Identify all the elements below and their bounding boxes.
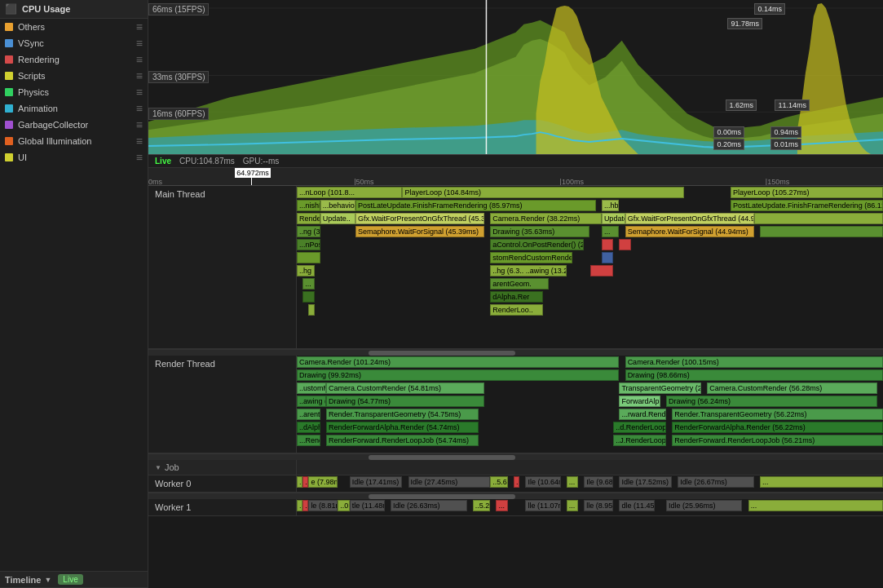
flame-bar-1-1[interactable]: Drawing (98.66ms) [625,369,883,381]
main-thread-scrollbar[interactable] [148,349,883,356]
flame-bar-2-2[interactable]: TransparentGeometry (25ustomRend.. [619,382,701,394]
legend-menu-7[interactable]: ≡ [136,135,143,147]
flame-bar-2-1[interactable]: Update.. [320,213,355,224]
flame-bar-2-5[interactable]: Gfx.WaitForPresentOnGfxThread (44.94ms) [625,213,754,224]
flame-bar-3-2[interactable]: ForwardAlpha.Render (13.07n.. [619,396,660,407]
flame-bar-1-0[interactable]: Drawing (99.92ms) [297,369,619,381]
flame-bar-2-1[interactable]: Camera.CustomRender (54.81ms) [326,382,484,394]
timeline-header[interactable]: Timeline ▼ Live [0,571,148,588]
flame-bar-0-7[interactable]: Ile (10.64m) [525,476,560,488]
flame-bar-2-3[interactable]: Camera.CustomRender (56.28ms) [707,382,877,394]
flame-bar-0-12[interactable]: Idle (25.96ms) [666,500,742,511]
flame-bar-0-4[interactable]: Idle (27.45ms) [408,476,491,488]
flame-bar-2-0[interactable]: ..ustomRend.. [297,382,326,394]
worker-0-scrollbar[interactable] [148,493,883,499]
flame-bar-2-3[interactable]: Camera.Render (38.22ms) [490,213,602,224]
flame-bar-0-6[interactable]: ... [514,476,519,488]
legend-item-rendering[interactable]: Rendering ≡ [0,51,148,68]
flame-bar-5-0[interactable]: ..dAlpha.Ren.. [297,422,320,433]
flame-bar-5-0[interactable] [297,252,320,263]
legend-menu-0[interactable]: ≡ [136,21,143,33]
job-section-label[interactable]: ▼ Job [148,460,297,475]
flame-bar-0-1[interactable]: ... [302,500,308,511]
flame-bar-0-13[interactable]: ... [748,500,883,511]
flame-bar-3-0[interactable]: ..ng (36.4.. [297,226,320,237]
flame-bar-4-3[interactable] [619,239,630,250]
flame-bar-0-10[interactable]: lle (8.95m.. [584,500,613,511]
legend-menu-4[interactable]: ≡ [136,86,143,98]
flame-bar-1-0[interactable]: ...nishFrame... [297,200,320,211]
legend-item-vsync[interactable]: VSync ≡ [0,35,148,51]
legend-item-global-illumination[interactable]: Global Illumination ≡ [0,133,148,149]
flame-bar-0-0[interactable]: Camera.Render (101.24ms) [297,356,619,368]
legend-menu-8[interactable]: ≡ [136,152,143,163]
flame-bar-2-6[interactable] [754,213,883,224]
flame-bar-8-1[interactable]: dAlpha.Rer [490,291,543,303]
flame-bar-6-2[interactable] [590,265,614,276]
legend-menu-1[interactable]: ≡ [136,38,143,49]
flame-bar-0-0[interactable]: ... [297,476,302,488]
flame-bar-5-2[interactable]: ..d.RenderLoop.. [613,422,666,433]
flame-bar-0-2[interactable]: le (8.81m) [308,500,338,511]
flame-bar-2-4[interactable]: Update.. [602,213,625,224]
flame-bar-0-1[interactable]: PlayerLoop (104.84ms) [402,187,683,198]
flame-bar-5-2[interactable] [602,252,613,263]
job-section-header[interactable]: ▼ Job [148,460,883,475]
legend-menu-3[interactable]: ≡ [136,70,143,82]
flame-bar-2-2[interactable]: Gfx.WaitForPresentOnGfxThread (45.39ms) [355,213,484,224]
flame-bar-0-0[interactable]: ... [297,500,302,511]
flame-bar-4-2[interactable]: ...rward.RenderLoopJob (2arentGeom.. [619,409,666,420]
flame-bar-3-1[interactable]: Semaphore.WaitForSignal (45.39ms) [355,226,484,237]
flame-bar-4-1[interactable]: Render.TransparentGeometry (54.75ms) [326,409,479,420]
flame-bar-0-1[interactable]: Camera.Render (100.15ms) [625,356,883,368]
flame-bar-2-0[interactable]: Render..(3) [297,213,320,224]
flame-bar-0-6[interactable]: ..5.2.. [473,500,491,511]
legend-item-scripts[interactable]: Scripts ≡ [0,68,148,84]
flame-bar-0-2[interactable]: e (7.98m.. [308,476,338,488]
legend-item-animation[interactable]: Animation ≡ [0,100,148,117]
flame-bar-0-11[interactable]: Idle (26.67ms) [678,476,753,488]
render-scroll-thumb[interactable] [369,455,515,460]
flame-bar-6-3[interactable]: RenderForward.RenderLoopJob (56.21ms) [672,435,883,446]
flame-bar-0-7[interactable]: ... [496,500,507,511]
flame-bar-6-0[interactable]: ...RenderLoo.. [297,435,320,446]
flame-bar-0-8[interactable]: ... [567,476,578,488]
flame-bar-0-9[interactable]: ... [567,500,578,511]
flame-bar-1-3[interactable]: ...hbsv... [602,200,620,211]
flame-bar-5-3[interactable]: RenderForwardAlpha.Render (56.22ms) [672,422,883,433]
flame-bar-1-1[interactable]: ...behavior... [320,200,355,211]
legend-item-physics[interactable]: Physics ≡ [0,84,148,100]
render-thread-scrollbar[interactable] [148,453,883,460]
flame-bar-4-1[interactable]: aControl.OnPostRender() (29.. [490,239,584,250]
flame-bar-4-0[interactable]: ..arentGeom... [297,409,320,420]
legend-menu-2[interactable]: ≡ [136,54,143,65]
legend-menu-6[interactable]: ≡ [136,119,143,130]
tracks-container[interactable]: Main Thread ...nLoop (101.8...PlayerLoop… [148,186,883,588]
flame-bar-4-2[interactable] [602,239,613,250]
flame-bar-9-0[interactable] [308,304,314,316]
flame-bar-6-1[interactable]: RenderForward.RenderLoopJob (54.74ms) [326,435,479,446]
flame-bar-0-11[interactable]: dle (11.45ms) [619,500,654,511]
flame-bar-6-1[interactable]: ..hg (6.3.. ..awing (13.28n [490,265,566,276]
flame-bar-5-1[interactable]: RenderForwardAlpha.Render (54.74ms) [326,422,479,433]
flame-bar-0-5[interactable]: ..5.6.. [490,476,508,488]
flame-bar-3-4[interactable]: Semaphore.WaitForSignal (44.94ms) [625,226,754,237]
flame-bar-0-5[interactable]: Idle (26.63ms) [391,500,466,511]
flame-bar-0-8[interactable]: lle (11.07m) [525,500,560,511]
flame-bar-4-3[interactable]: Render.TransparentGeometry (56.22ms) [672,409,883,420]
flame-bar-9-1[interactable]: RenderLoo.. [490,304,543,316]
flame-bar-3-3[interactable]: Drawing (56.24ms) [666,396,877,407]
flame-bar-3-3[interactable]: ... [602,226,620,237]
flame-bar-7-0[interactable]: ... [302,278,314,290]
flame-bar-0-3[interactable]: Idle (17.41ms) [350,476,403,488]
flame-bar-0-12[interactable]: ... [760,476,883,488]
flame-bar-3-0[interactable]: ..awing (12.88.. [297,396,326,407]
flame-bar-8-0[interactable] [302,291,314,303]
flame-bar-0-9[interactable]: Ile (9.68m.. [584,476,613,488]
flame-bar-6-2[interactable]: ..J.RenderLoop.. [613,435,666,446]
flame-bar-1-2[interactable]: PostLateUpdate.FinishFrameRendering (85.… [355,200,596,211]
flame-bar-3-2[interactable]: Drawing (35.63ms) [490,226,589,237]
flame-bar-3-5[interactable] [760,226,883,237]
flame-bar-0-2[interactable]: PlayerLoop (105.27ms) [731,187,883,198]
timeline-dropdown-arrow[interactable]: ▼ [44,576,51,584]
